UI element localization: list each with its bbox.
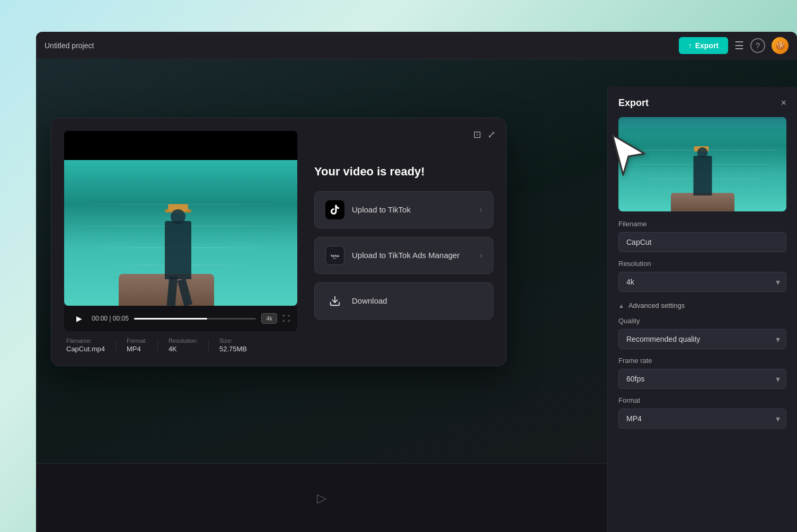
export-upload-icon: ↑ (688, 41, 692, 50)
format-select-wrapper: MP4 MOV AVI GIF ▾ (618, 409, 786, 429)
framerate-select-wrapper: 60fps 30fps 24fps ▾ (618, 369, 786, 389)
download-button[interactable]: Download (314, 282, 493, 320)
video-ready-title: Your video is ready! (314, 165, 493, 179)
video-player: ▶ 00:00 | 00:05 4k ⛶ Filename: (64, 131, 297, 353)
upload-tiktok-button[interactable]: Upload to TikTok › (314, 191, 493, 228)
menu-icon[interactable]: ☰ (734, 39, 744, 52)
quality-select-wrapper: Recommended quality High quality Low qua… (618, 329, 786, 349)
tiktok-icon (325, 200, 344, 219)
video-screen (64, 131, 297, 306)
resolution-select[interactable]: 4k 1080p 720p (618, 272, 786, 292)
export-panel-title: Export (618, 97, 649, 109)
preview-rock (671, 193, 734, 211)
top-bar: Untitled project ↑ Export ☰ ? 🍪 (36, 32, 797, 59)
svg-text:Ads: Ads (333, 257, 336, 259)
download-label: Download (352, 296, 387, 305)
framerate-select[interactable]: 60fps 30fps 24fps (618, 369, 786, 389)
tiktok-chevron: › (480, 205, 482, 215)
time-display: 00:00 | 00:05 (92, 315, 129, 322)
progress-fill (134, 318, 207, 320)
info-sep-2 (157, 340, 158, 351)
format-label: Format (618, 396, 786, 404)
help-icon[interactable]: ? (750, 38, 765, 53)
action-panel: Your video is ready! Upload to TikTok › (314, 131, 493, 353)
file-info-bar: Filename: CapCut.mp4 Format: MP4 Resolut… (64, 338, 297, 353)
filename-label: Filename (618, 220, 786, 228)
tiktok-ads-chevron: › (480, 251, 482, 260)
filename-input[interactable] (618, 232, 786, 252)
quality-label: Quality (618, 317, 786, 325)
format-info: Format: MP4 (127, 338, 147, 353)
info-sep-3 (208, 340, 209, 351)
quality-select[interactable]: Recommended quality High quality Low qua… (618, 329, 786, 349)
advanced-settings-toggle[interactable]: ▲ Advanced settings (618, 299, 786, 317)
advanced-settings-label: Advanced settings (628, 302, 685, 309)
modal-caption-icon[interactable]: ⊡ (473, 129, 481, 140)
project-title: Untitled project (45, 41, 94, 50)
top-bar-actions: ↑ Export ☰ ? 🍪 (679, 37, 789, 54)
tiktok-ads-icon: TikTok Ads (325, 246, 344, 265)
modal-header-icons: ⊡ ⤢ (473, 129, 495, 140)
video-teal-scene (64, 160, 297, 306)
video-ready-modal: ⊡ ⤢ (51, 118, 507, 366)
progress-bar[interactable] (134, 318, 256, 320)
resolution-select-wrapper: 4k 1080p 720p ▾ (618, 272, 786, 292)
preview-person (693, 156, 712, 196)
upload-tiktok-ads-button[interactable]: TikTok Ads Upload to TikTok Ads Manager … (314, 237, 493, 274)
person-silhouette (165, 221, 191, 279)
resolution-info: Resolution: 4K (169, 338, 198, 353)
quality-badge: 4k (261, 313, 277, 324)
upload-tiktok-label: Upload to TikTok (352, 205, 411, 214)
download-icon (325, 291, 344, 311)
close-panel-button[interactable]: × (781, 97, 786, 109)
fullscreen-button[interactable]: ⛶ (282, 314, 290, 323)
export-button-label: Export (695, 41, 719, 50)
form-section: Filename Resolution 4k 1080p 720p ▾ ▲ Ad… (608, 220, 797, 429)
info-sep-1 (116, 340, 116, 351)
avatar[interactable]: 🍪 (772, 37, 789, 54)
export-button[interactable]: ↑ Export (679, 37, 728, 54)
framerate-label: Frame rate (618, 357, 786, 365)
upload-tiktok-ads-label: Upload to TikTok Ads Manager (352, 251, 459, 260)
timeline-area: ▷ (36, 463, 607, 532)
controls-bar: ▶ 00:00 | 00:05 4k ⛶ (64, 306, 297, 331)
modal-fullscreen-icon[interactable]: ⤢ (488, 129, 495, 140)
export-panel-header: Export × (608, 87, 797, 117)
filename-info: Filename: CapCut.mp4 (66, 338, 105, 353)
svg-marker-4 (613, 135, 644, 175)
video-black-bar (64, 131, 297, 160)
format-select[interactable]: MP4 MOV AVI GIF (618, 409, 786, 429)
play-button[interactable]: ▶ (72, 311, 86, 326)
main-content: ⊡ ⤢ (36, 59, 797, 532)
modal-body: ▶ 00:00 | 00:05 4k ⛶ Filename: (64, 131, 493, 353)
advanced-toggle-chevron-icon: ▲ (618, 303, 624, 309)
timeline-play-button[interactable]: ▷ (317, 491, 326, 506)
app-window: Untitled project ↑ Export ☰ ? 🍪 ⊡ ⤢ (36, 32, 797, 532)
resolution-label: Resolution (618, 260, 786, 268)
size-info: Size: 52.75MB (219, 338, 247, 353)
